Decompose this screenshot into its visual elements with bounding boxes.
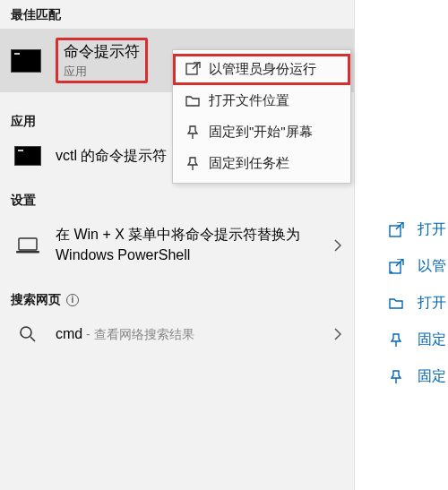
laptop-icon — [13, 236, 43, 254]
ctx-label: 打开文件位置 — [209, 92, 289, 109]
settings-result-item[interactable]: 在 Win + X 菜单中将命令提示符替换为 Windows PowerShel… — [0, 214, 354, 276]
ctx-run-as-admin[interactable]: 以管理员身份运行 — [173, 54, 350, 85]
section-header-best-match: 最佳匹配 — [0, 0, 354, 29]
web-result-label: cmd - 查看网络搜索结果 — [56, 324, 343, 344]
folder-open-icon — [387, 296, 405, 312]
ctx-label: 固定到任务栏 — [209, 155, 289, 172]
section-header-web-label: 搜索网页 — [11, 292, 61, 308]
detail-action-label: 打开 — [418, 294, 446, 313]
svg-rect-1 — [16, 251, 39, 254]
detail-panel: 打开 以管 打开 固定 固定 — [369, 0, 448, 490]
open-icon — [387, 222, 405, 238]
detail-action-pin-start[interactable]: 固定 — [387, 322, 446, 358]
best-match-title: 命令提示符 — [60, 41, 143, 62]
svg-line-5 — [193, 62, 200, 69]
context-menu: 以管理员身份运行 打开文件位置 固定到"开始"屏幕 固定到任务栏 — [172, 49, 351, 184]
ctx-pin-to-start[interactable]: 固定到"开始"屏幕 — [173, 116, 350, 148]
svg-line-3 — [30, 337, 35, 341]
cmd-icon — [11, 49, 41, 73]
section-header-web: 搜索网页 i — [0, 285, 354, 314]
web-query: cmd — [56, 326, 82, 341]
svg-point-2 — [21, 327, 31, 338]
detail-action-run-as-admin[interactable]: 以管 — [387, 248, 446, 285]
info-icon[interactable]: i — [66, 294, 79, 306]
detail-action-label: 固定 — [418, 331, 446, 349]
best-match-subtitle: 应用 — [60, 64, 143, 80]
chevron-right-icon[interactable] — [334, 328, 341, 340]
ctx-open-file-location[interactable]: 打开文件位置 — [173, 85, 350, 116]
section-header-settings: 设置 — [0, 185, 354, 214]
detail-action-label: 固定 — [418, 367, 446, 386]
ctx-label: 固定到"开始"屏幕 — [209, 124, 313, 141]
detail-actions: 打开 以管 打开 固定 固定 — [387, 211, 446, 395]
detail-action-open[interactable]: 打开 — [387, 211, 446, 248]
svg-rect-4 — [186, 64, 197, 74]
admin-shield-icon — [387, 259, 405, 275]
search-icon — [13, 325, 43, 343]
web-result-item[interactable]: cmd - 查看网络搜索结果 — [0, 314, 354, 355]
pin-icon — [387, 332, 405, 348]
chevron-right-icon[interactable] — [334, 239, 341, 252]
detail-action-open-location[interactable]: 打开 — [387, 285, 446, 322]
pin-taskbar-icon — [387, 369, 405, 385]
cmd-icon — [13, 146, 43, 166]
detail-action-label: 以管 — [418, 257, 446, 276]
ctx-label: 以管理员身份运行 — [209, 61, 316, 78]
svg-rect-0 — [19, 238, 37, 250]
pin-taskbar-icon — [182, 156, 203, 172]
svg-rect-6 — [390, 226, 401, 236]
web-hint: - 查看网络搜索结果 — [82, 327, 194, 341]
pin-icon — [182, 125, 203, 141]
admin-shield-icon — [182, 62, 203, 78]
best-match-text: 命令提示符 应用 — [56, 38, 148, 83]
detail-action-label: 打开 — [418, 220, 446, 239]
ctx-pin-to-taskbar[interactable]: 固定到任务栏 — [173, 148, 350, 179]
detail-action-pin-taskbar[interactable]: 固定 — [387, 358, 446, 395]
folder-open-icon — [182, 93, 203, 109]
settings-result-label: 在 Win + X 菜单中将命令提示符替换为 Windows PowerShel… — [56, 225, 324, 265]
